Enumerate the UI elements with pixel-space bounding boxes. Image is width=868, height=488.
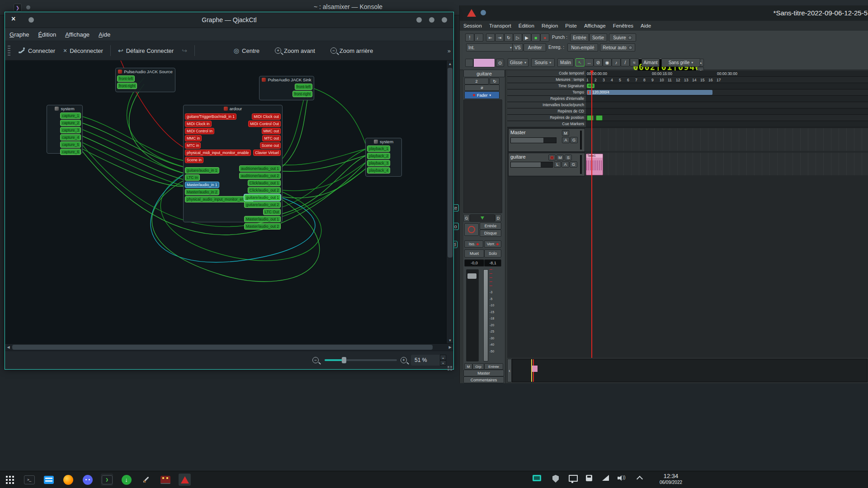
menu-item[interactable]: Affichage bbox=[61, 31, 94, 38]
gain-display[interactable]: -0,0 bbox=[464, 259, 484, 267]
zoom-slider-handle[interactable] bbox=[342, 357, 346, 363]
ruler-label[interactable]: Repères d'intervalle bbox=[507, 96, 586, 102]
ardour-task-button[interactable] bbox=[179, 474, 191, 486]
zoom-out-button[interactable]: − Zoom arrière bbox=[328, 47, 376, 55]
mute-button[interactable]: M bbox=[562, 130, 569, 136]
zoom-out-icon[interactable]: − bbox=[312, 357, 319, 363]
audio-output-port[interactable]: Click/audio_out 1 bbox=[248, 180, 281, 186]
play-button[interactable]: ▶ bbox=[522, 33, 531, 42]
menu-item[interactable]: Transport bbox=[486, 23, 515, 28]
track-gain-slider[interactable] bbox=[510, 137, 557, 143]
graph-node-pulseaudio-sink[interactable]: PulseAudio JACK Sink front-leftfront-rig… bbox=[259, 76, 314, 100]
solo-button[interactable]: S bbox=[565, 155, 572, 160]
midi-input-port[interactable]: Scene in bbox=[185, 157, 203, 163]
ruler-label[interactable]: Time Signature bbox=[507, 83, 586, 89]
track-header-master[interactable]: Master M A G bbox=[508, 128, 585, 152]
toolbar-overflow-button[interactable]: » bbox=[448, 47, 451, 54]
location-markers-ruler[interactable] bbox=[586, 115, 868, 121]
automation-button[interactable]: A bbox=[561, 161, 569, 168]
mute-button[interactable]: Muet bbox=[464, 249, 484, 258]
undo-button[interactable]: ↩ Défaire Connecter bbox=[115, 46, 176, 55]
close-button[interactable] bbox=[442, 17, 447, 23]
tempo-ruler[interactable]: 120,000/4 bbox=[586, 89, 868, 95]
timecode-ruler[interactable]: 00:00:00:0000:00:15:0000:00:30:00 bbox=[586, 70, 868, 76]
location-marker-icon[interactable] bbox=[596, 115, 603, 121]
timesig-ruler[interactable]: 4/4 bbox=[586, 83, 868, 89]
midi-output-port[interactable]: MTC out bbox=[262, 135, 281, 141]
downloader-launcher[interactable]: ↓ bbox=[120, 474, 132, 486]
disconnect-button[interactable]: × Déconnecter bbox=[61, 46, 106, 55]
metering-point-button[interactable]: M bbox=[464, 363, 472, 370]
port[interactable]: front-left bbox=[295, 84, 312, 90]
taskbar-clock[interactable]: 12:34 06/09/2022 bbox=[653, 473, 689, 485]
resize-grip[interactable] bbox=[450, 366, 452, 368]
port[interactable]: capture_4 bbox=[60, 134, 81, 141]
graph-node-system-capture[interactable]: system capture_1capture_2capture_3captur… bbox=[47, 105, 83, 154]
graph-canvas[interactable]: PulseAudio JACK Source front-leftfront-r… bbox=[5, 61, 453, 343]
go-start-button[interactable]: ⇤ bbox=[486, 33, 495, 42]
mute-button[interactable]: M bbox=[557, 155, 564, 160]
expand-tray-icon[interactable] bbox=[637, 475, 642, 481]
audio-output-port[interactable]: auditioner/audio_out 2 bbox=[239, 173, 281, 179]
scrollbar-thumb[interactable] bbox=[448, 68, 453, 258]
port[interactable]: playback_3 bbox=[367, 160, 390, 166]
pan-slider[interactable] bbox=[470, 214, 495, 222]
phase-button[interactable]: ø bbox=[464, 84, 500, 91]
monitor-options-button[interactable] bbox=[465, 59, 473, 67]
menu-item[interactable]: Fenêtres bbox=[609, 23, 637, 28]
track-lane-guitare[interactable]: Take1 bbox=[585, 153, 868, 175]
smart-mode-button[interactable]: Malin bbox=[557, 58, 574, 67]
snap-button[interactable]: Aimant bbox=[642, 58, 660, 67]
redo-button[interactable]: ↪ bbox=[179, 46, 190, 55]
port[interactable]: playback_2 bbox=[367, 153, 390, 159]
audio-output-port[interactable]: Master/audio_out 2 bbox=[244, 223, 281, 230]
audio-input-port[interactable]: Master/audio_in 1 bbox=[185, 182, 219, 188]
sync-source-combo[interactable]: Int. bbox=[466, 43, 514, 52]
pin-window-button[interactable] bbox=[28, 17, 34, 23]
menu-item[interactable]: Piste bbox=[561, 23, 580, 28]
terminal-icon[interactable]: ❯ bbox=[14, 4, 22, 12]
stretch-tool-button[interactable]: ≈ bbox=[630, 58, 639, 66]
eye-icon[interactable]: ⊙ bbox=[496, 59, 504, 67]
cue-markers-ruler[interactable] bbox=[586, 121, 868, 127]
solo-button[interactable]: Solo bbox=[484, 249, 501, 258]
train-app-launcher[interactable] bbox=[159, 474, 171, 486]
object-tool-button[interactable]: ↖ bbox=[576, 58, 585, 66]
menu-item[interactable]: Graphe bbox=[5, 31, 33, 38]
gain-fader[interactable] bbox=[466, 269, 479, 361]
loop-icon[interactable]: ↻ bbox=[490, 78, 500, 84]
zoom-in-button[interactable]: + Zoom avant bbox=[272, 47, 318, 55]
file-manager-launcher[interactable] bbox=[42, 474, 55, 486]
horizontal-scrollbar[interactable]: ◀ ▶ bbox=[5, 343, 453, 351]
port[interactable]: front-left bbox=[117, 75, 135, 82]
comments-button[interactable]: Commentaires bbox=[463, 376, 504, 383]
shield-icon[interactable] bbox=[552, 475, 559, 483]
audio-output-port[interactable]: guitare/audio_out 1 bbox=[244, 194, 281, 201]
menu-item[interactable]: Affichage bbox=[580, 23, 609, 28]
isolate-button[interactable]: Iso. bbox=[464, 240, 483, 248]
cut-tool-button[interactable]: ⊘ bbox=[594, 58, 603, 66]
peak-display[interactable]: -8,1 bbox=[484, 259, 501, 267]
follow-combo[interactable]: Suivre bbox=[609, 33, 636, 42]
graph-node-ardour[interactable]: ardour guitare/TriggerBox/midi_in 1MIDI … bbox=[183, 105, 283, 222]
scroll-right-icon[interactable]: ▶ bbox=[447, 344, 453, 350]
spin-up-icon[interactable]: ▴ bbox=[440, 355, 446, 360]
midi-input-port[interactable]: guitare/TriggerBox/midi_in 1 bbox=[185, 113, 236, 120]
punch-in-button[interactable]: Entrée bbox=[570, 33, 589, 42]
record-arm-button[interactable] bbox=[548, 155, 556, 160]
vs-button[interactable]: VS bbox=[512, 43, 523, 52]
ruler-label[interactable]: Mesures : temps bbox=[507, 77, 586, 83]
port[interactable]: capture_2 bbox=[60, 120, 81, 126]
port[interactable]: capture_1 bbox=[60, 113, 81, 119]
midi-input-port[interactable]: MIDI Control In bbox=[185, 128, 214, 134]
midi-output-port[interactable]: Scene out bbox=[260, 142, 281, 149]
terminal-launcher[interactable]: ❯ bbox=[101, 474, 113, 486]
menu-item[interactable]: Aide bbox=[94, 31, 115, 38]
port[interactable]: capture_5 bbox=[60, 141, 81, 148]
punch-out-button[interactable]: Sortie bbox=[589, 33, 607, 42]
zoom-slider[interactable] bbox=[325, 359, 397, 361]
graph-node-system-playback[interactable]: system playback_1playback_2playback_3pla… bbox=[365, 138, 402, 177]
midi-output-port[interactable]: MMC out bbox=[262, 128, 281, 134]
fader-mode-combo[interactable]: Fader▾ bbox=[464, 91, 500, 99]
zoom-value-field[interactable]: 51 % bbox=[411, 355, 443, 366]
